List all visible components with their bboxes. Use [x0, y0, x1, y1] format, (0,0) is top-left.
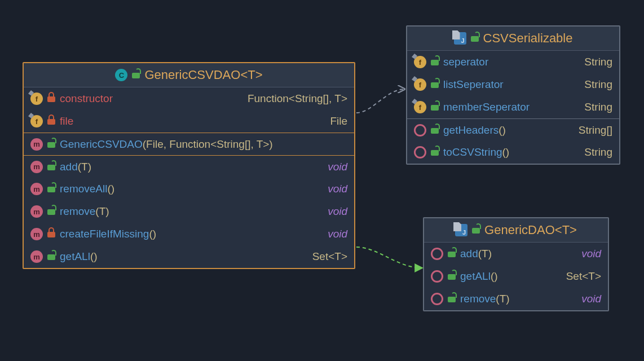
- method-name: getALl: [60, 250, 90, 262]
- class-generic-csv-dao[interactable]: C GenericCSVDAO<T> f constructor Functio…: [23, 62, 355, 269]
- method-name: remove: [460, 293, 496, 305]
- field-icon: f: [414, 78, 426, 91]
- method-params: (T): [478, 248, 492, 259]
- field-type: String: [584, 101, 612, 113]
- method-icon: m: [30, 161, 43, 173]
- method-params: (): [107, 183, 114, 195]
- unlock-icon: [47, 253, 55, 260]
- field-row: f file File: [24, 110, 354, 133]
- constructor-name: GenericCSVDAO: [60, 138, 143, 150]
- unlock-icon: [431, 59, 439, 65]
- unlock-icon: [47, 164, 55, 170]
- method-icon: [431, 293, 443, 305]
- method-params: (): [491, 270, 498, 282]
- field-row: f memberSeperator String: [407, 96, 619, 118]
- interface-icon: [454, 32, 466, 45]
- method-return: void: [581, 293, 601, 305]
- field-icon: f: [30, 115, 43, 127]
- method-row: getHeaders() String[]: [407, 118, 619, 141]
- class-icon: C: [115, 69, 127, 81]
- unlock-icon: [471, 35, 479, 42]
- method-params: (): [90, 250, 98, 262]
- field-type: File: [330, 115, 347, 127]
- method-return: void: [328, 228, 347, 240]
- class-csv-serializable[interactable]: CSVSerializable f seperator String f lis…: [406, 25, 620, 165]
- field-type: String: [584, 78, 612, 91]
- unlock-icon: [47, 186, 55, 192]
- class-title: GenericDAO<T>: [484, 223, 577, 237]
- unlock-icon: [47, 141, 55, 148]
- class-header: GenericDAO<T>: [424, 218, 608, 243]
- method-row: m remove(T) void: [24, 200, 354, 223]
- unlock-icon: [448, 250, 456, 257]
- method-row: add(T) void: [424, 243, 608, 265]
- field-name: seperator: [443, 56, 488, 68]
- constructor-row: m GenericCSVDAO(File, Function<String[],…: [24, 133, 354, 155]
- class-title: CSVSerializable: [483, 31, 573, 46]
- unlock-icon: [431, 81, 439, 88]
- unlock-icon: [47, 208, 55, 215]
- method-name: getHeaders: [443, 124, 499, 136]
- unlock-icon: [448, 296, 456, 302]
- lock-icon: [47, 95, 55, 102]
- method-return: void: [328, 205, 347, 218]
- unlock-icon: [132, 72, 140, 78]
- method-params: (): [499, 124, 506, 136]
- unlock-icon: [431, 104, 439, 111]
- method-row: remove(T) void: [424, 288, 608, 310]
- method-icon: [414, 124, 426, 137]
- method-icon: m: [30, 183, 43, 195]
- method-row: getALl() Set<T>: [424, 265, 608, 288]
- unlock-icon: [472, 227, 480, 234]
- method-name: createFileIfMissing: [60, 228, 149, 240]
- method-params: (T): [95, 205, 109, 217]
- field-row: f constructor Function<String[], T>: [24, 87, 354, 110]
- method-row: m getALl() Set<T>: [24, 245, 354, 268]
- field-name: listSeperator: [443, 78, 504, 91]
- lock-icon: [47, 118, 55, 125]
- method-icon: m: [30, 205, 43, 218]
- method-return: String[]: [579, 124, 612, 137]
- field-name: memberSeperator: [443, 101, 530, 113]
- method-name: toCSVString: [443, 146, 502, 158]
- class-title: GenericCSVDAO<T>: [144, 68, 262, 82]
- method-name: remove: [60, 205, 95, 217]
- method-return: Set<T>: [566, 270, 601, 283]
- field-icon: f: [414, 56, 426, 68]
- method-name: getALl: [460, 270, 491, 282]
- method-row: m add(T) void: [24, 155, 354, 178]
- method-params: (): [502, 146, 510, 158]
- method-return: void: [581, 248, 601, 260]
- method-return: String: [584, 146, 612, 159]
- class-generic-dao[interactable]: GenericDAO<T> add(T) void getALl() Set<T…: [423, 217, 609, 311]
- class-header: C GenericCSVDAO<T>: [24, 63, 354, 87]
- method-icon: [431, 248, 443, 260]
- field-row: f seperator String: [407, 51, 619, 73]
- constructor-params: (File, Function<String[], T>): [143, 138, 273, 150]
- method-params: (T): [496, 293, 509, 305]
- method-return: void: [328, 161, 347, 173]
- method-return: Set<T>: [312, 250, 347, 263]
- method-params: (): [149, 228, 156, 240]
- method-icon: m: [30, 138, 43, 151]
- connector-implements: [355, 243, 426, 274]
- method-name: add: [60, 161, 78, 173]
- unlock-icon: [431, 149, 439, 156]
- method-icon: [431, 270, 443, 283]
- class-header: CSVSerializable: [407, 27, 619, 51]
- field-icon: f: [30, 93, 43, 105]
- method-params: (T): [78, 161, 91, 173]
- method-name: add: [460, 248, 478, 259]
- method-icon: m: [30, 228, 43, 240]
- method-name: removeAll: [60, 183, 107, 195]
- field-name: file: [60, 115, 73, 127]
- interface-icon: [455, 224, 467, 236]
- lock-icon: [47, 231, 55, 237]
- method-icon: m: [30, 250, 43, 263]
- method-row: m removeAll() void: [24, 178, 354, 200]
- method-icon: [414, 146, 426, 159]
- unlock-icon: [448, 273, 456, 280]
- field-name: constructor: [60, 93, 113, 105]
- connector-uses: [355, 85, 409, 118]
- unlock-icon: [431, 127, 439, 134]
